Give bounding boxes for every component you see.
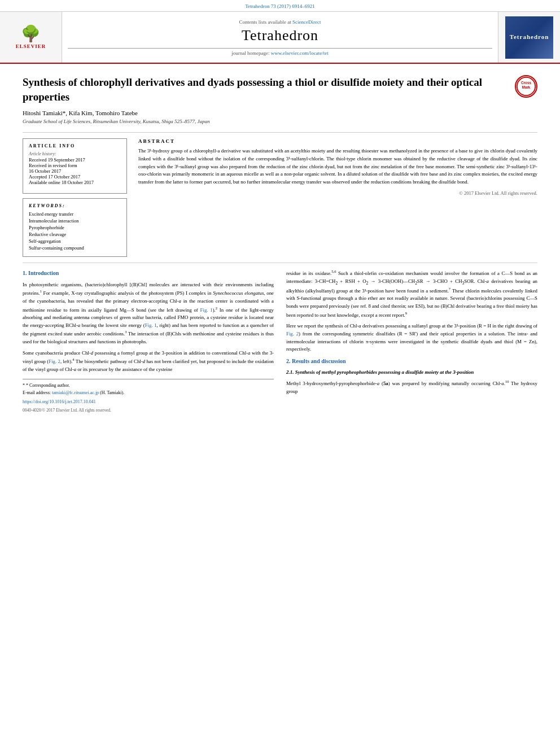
sciencedirect-link[interactable]: ScienceDirect: [292, 19, 321, 25]
crossmark-area: Cross Mark: [515, 75, 537, 98]
sciencedirect-line: Contents lists available at ScienceDirec…: [239, 19, 321, 25]
journal-logo-text: Tetrahedron: [510, 33, 549, 41]
keyword-2: Intramolecular interaction: [29, 218, 121, 224]
keywords-box: Keywords: Excited energy transfer Intram…: [23, 198, 127, 257]
keyword-1: Excited energy transfer: [29, 211, 121, 217]
journal-title: Tetrahedron: [242, 27, 318, 44]
section1-heading: 1. Introduction: [23, 269, 274, 278]
keyword-6: Sulfur-containing compound: [29, 245, 121, 251]
elsevier-logo: 🌳 ELSEVIER: [0, 12, 62, 63]
page: Tetrahedron 73 (2017) 6914–6921 🌳 ELSEVI…: [0, 0, 560, 425]
journal-logo-box: Tetrahedron: [505, 16, 553, 59]
keyword-3: Pyropheophorbide: [29, 225, 121, 230]
journal-header: 🌳 ELSEVIER Contents lists available at S…: [0, 12, 560, 64]
article-title: Synthesis of chlorophyll derivatives and…: [23, 75, 537, 104]
elsevier-label: ELSEVIER: [16, 43, 46, 49]
section2-subheading: 2.1. Synthesis of methyl pyropheophorbid…: [286, 369, 537, 377]
title-area: Cross Mark Synthesis of chlorophyll deri…: [23, 75, 537, 104]
keyword-4: Reductive cleavage: [29, 231, 121, 237]
email-footnote: E-mail address: tamiaki@fc.ritsumei.ac.j…: [23, 390, 274, 396]
homepage-link[interactable]: www.elsevier.com/locate/tet: [271, 50, 329, 56]
body-right-col: residue in its oxidase.5,6 Such a thiol-…: [286, 269, 537, 413]
abstract-text: The 3¹-hydroxy group of a chlorophyll-a …: [138, 147, 537, 186]
email-link[interactable]: tamiaki@fc.ritsumei.ac.jp: [52, 390, 99, 395]
authors-line: Hitoshi Tamiaki*, Kifa Kim, Tomohiro Tat…: [23, 110, 537, 116]
section2-heading: 2. Results and discussion: [286, 357, 537, 366]
abstract-col: ABSTRACT The 3¹-hydroxy group of a chlor…: [138, 138, 537, 257]
body-columns: 1. Introduction In photosynthetic organi…: [23, 269, 537, 413]
title-divider: [23, 132, 537, 133]
corresponding-footnote: * * Corresponding author.: [23, 382, 274, 389]
footnote-area: * * Corresponding author. E-mail address…: [23, 379, 274, 413]
journal-ref-text: Tetrahedron 73 (2017) 6914–6921: [245, 3, 315, 9]
keywords-list: Excited energy transfer Intramolecular i…: [29, 211, 121, 251]
body-para-2: Some cyanobacteria produce Chl-d possess…: [23, 350, 274, 374]
elsevier-tree-icon: 🌳: [21, 26, 41, 42]
copyright-line: © 2017 Elsevier Ltd. All rights reserved…: [138, 190, 537, 196]
article-content: Cross Mark Synthesis of chlorophyll deri…: [0, 64, 560, 425]
body-para-right-3: Methyl 3-hydroxymethyl-pyropheophorbide-…: [286, 379, 537, 395]
svg-text:Mark: Mark: [522, 85, 531, 89]
doi-link[interactable]: https://doi.org/10.1016/j.tet.2017.10.04…: [23, 399, 274, 405]
abstract-title: ABSTRACT: [138, 138, 537, 144]
svg-text:Cross: Cross: [521, 81, 531, 85]
keywords-title: Keywords:: [29, 203, 121, 208]
online-date: Available online 18 October 2017: [29, 180, 121, 185]
revised-label: Received in revised form: [29, 163, 121, 168]
abstract-body-divider: [23, 263, 537, 263]
homepage-line: journal homepage: www.elsevier.com/locat…: [231, 50, 328, 56]
article-info-title: ARTICLE INFO: [29, 143, 121, 148]
issn-text: 0040-4020/© 2017 Elsevier Ltd. All right…: [23, 407, 274, 414]
article-info-col: ARTICLE INFO Article history: Received 1…: [23, 138, 127, 257]
crossmark-icon: Cross Mark: [515, 75, 537, 98]
body-para-1: In photosynthetic organisms, (bacterio)c…: [23, 281, 274, 346]
body-para-right-1: residue in its oxidase.5,6 Such a thiol-…: [286, 269, 537, 319]
journal-header-center: Contents lists available at ScienceDirec…: [62, 12, 498, 63]
info-abstract-columns: ARTICLE INFO Article history: Received 1…: [23, 138, 537, 257]
journal-logo-right: Tetrahedron: [498, 12, 560, 63]
revised-date: 16 October 2017: [29, 168, 121, 174]
body-left-col: 1. Introduction In photosynthetic organi…: [23, 269, 274, 413]
received-date: Received 19 September 2017: [29, 157, 121, 163]
body-para-right-2: Here we report the synthesis of Chl-a de…: [286, 322, 537, 353]
affiliation: Graduate School of Life Sciences, Ritsum…: [23, 119, 537, 124]
header-divider: [68, 48, 492, 49]
journal-reference: Tetrahedron 73 (2017) 6914–6921: [0, 0, 560, 12]
article-info-box: ARTICLE INFO Article history: Received 1…: [23, 138, 127, 194]
accepted-date: Accepted 17 October 2017: [29, 174, 121, 180]
keyword-5: Self-aggregation: [29, 238, 121, 244]
history-group: Article history: Received 19 September 2…: [29, 151, 121, 185]
history-label: Article history:: [29, 151, 121, 156]
